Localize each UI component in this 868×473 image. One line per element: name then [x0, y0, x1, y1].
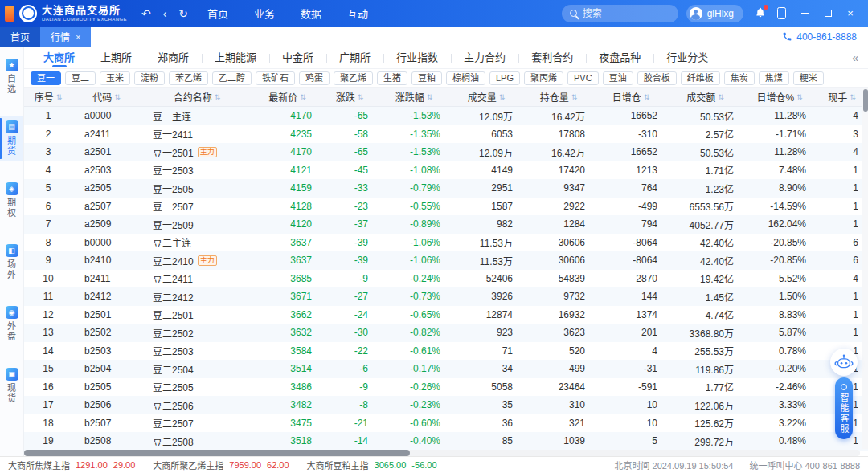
column-header-11[interactable]: 日增仓%⇅	[743, 88, 816, 106]
search-input[interactable]	[583, 8, 670, 19]
sort-icon[interactable]: ⇅	[300, 93, 306, 101]
category-tab-6[interactable]: 乙二醇	[212, 71, 252, 85]
column-header-1[interactable]: 序号⇅	[24, 88, 72, 106]
column-header-4[interactable]: 最新价⇅	[253, 88, 321, 106]
menu-item-3[interactable]: 数据	[301, 6, 321, 21]
exchange-tab-7[interactable]: 行业指数	[383, 47, 451, 68]
table-row[interactable]: 1a0000豆一主连4170-65-1.53%12.09万16.42万16652…	[24, 107, 868, 125]
category-tab-21[interactable]: 粳米	[793, 71, 824, 85]
category-tab-20[interactable]: 焦煤	[759, 71, 789, 85]
category-tab-12[interactable]: 棕榈油	[446, 71, 485, 85]
column-header-12[interactable]: 现手⇅	[816, 88, 868, 106]
category-tab-10[interactable]: 生猪	[377, 71, 407, 85]
close-button[interactable]: ×	[839, 0, 862, 27]
sort-icon[interactable]: ⇅	[114, 93, 121, 101]
category-tab-18[interactable]: 纤维板	[681, 71, 720, 85]
table-row[interactable]: 19b2508豆二25083518-14-0.40%8510395299.72万…	[24, 432, 868, 451]
sort-icon[interactable]: ⇅	[56, 93, 63, 101]
sidebar-item-futures[interactable]: ▤期货	[0, 116, 23, 161]
undo-icon[interactable]: ↶	[141, 7, 151, 20]
tab-close-icon[interactable]: ×	[76, 32, 80, 42]
exchange-tab-4[interactable]: 上期能源	[202, 47, 269, 68]
column-header-7[interactable]: 成交量⇅	[450, 88, 522, 106]
category-tab-5[interactable]: 苯乙烯	[169, 71, 208, 85]
sort-icon[interactable]: ⇅	[718, 93, 724, 101]
column-header-2[interactable]: 代码⇅	[72, 88, 141, 106]
exchange-tab-6[interactable]: 广期所	[326, 47, 383, 68]
table-row[interactable]: 5a2505豆一25054159-33-0.79%295193477641.23…	[24, 179, 868, 198]
user-pill[interactable]: glHlxg	[686, 5, 743, 22]
search-box[interactable]	[562, 5, 678, 22]
sort-icon[interactable]: ⇅	[499, 93, 506, 101]
smart-service-button[interactable]: 智能客服	[835, 377, 853, 439]
category-tab-2[interactable]: 豆二	[65, 71, 96, 85]
sidebar-item-spot[interactable]: ▣现货	[0, 363, 23, 409]
minimize-button[interactable]	[794, 0, 817, 27]
sort-icon[interactable]: ⇅	[215, 93, 221, 101]
sidebar-item-favorites[interactable]: ★自选	[0, 54, 23, 100]
category-tab-9[interactable]: 聚乙烯	[334, 71, 373, 85]
sort-icon[interactable]: ⇅	[850, 93, 856, 101]
category-tab-14[interactable]: 聚丙烯	[524, 71, 563, 85]
table-row[interactable]: 18b2507豆二25073475-21-0.60%3632110125.62万…	[24, 414, 868, 433]
refresh-icon[interactable]: ↻	[178, 7, 188, 20]
notification-bell-icon[interactable]	[755, 6, 766, 21]
sidebar-item-options[interactable]: ◈期权	[0, 177, 23, 223]
collapse-panel-icon[interactable]: «	[852, 51, 868, 64]
table-row[interactable]: 4a2503豆一25034121-45-1.08%41491742012131.…	[24, 161, 868, 180]
column-header-3[interactable]: 合约名称⇅	[141, 88, 253, 106]
table-row[interactable]: 12b2501豆二25013662-24-0.65%12874169321374…	[24, 306, 868, 324]
menu-item-2[interactable]: 业务	[254, 6, 275, 21]
sort-icon[interactable]: ⇅	[796, 93, 803, 101]
sort-icon[interactable]: ⇅	[571, 93, 578, 101]
vertical-scrollbar-thumb[interactable]	[863, 89, 868, 112]
table-row[interactable]: 14b2503豆二25033584-22-0.61%715204255.53万0…	[24, 342, 868, 361]
exchange-tab-3[interactable]: 郑商所	[145, 47, 202, 68]
sort-icon[interactable]: ⇅	[427, 93, 433, 101]
table-row[interactable]: 10b2411豆二24113685-9-0.24%524065483928701…	[24, 270, 868, 288]
category-tab-7[interactable]: 铁矿石	[256, 71, 295, 85]
maximize-button[interactable]	[817, 0, 839, 27]
sidebar-item-otc[interactable]: ◧场外	[0, 239, 23, 285]
mobile-app-icon[interactable]	[777, 7, 786, 19]
category-tab-1[interactable]: 豆一	[31, 71, 61, 85]
back-icon[interactable]: ‹	[163, 7, 167, 20]
table-row[interactable]: 9b2410豆二2410主力3637-39-1.06%11.53万30606-8…	[24, 251, 868, 270]
exchange-tab-10[interactable]: 夜盘品种	[586, 47, 653, 68]
table-row[interactable]: 2a2411豆一24114235-58-1.35%605317808-3102.…	[24, 125, 868, 144]
table-row[interactable]: 6a2507豆一25074128-23-0.55%15872922-499655…	[24, 198, 868, 216]
exchange-tab-9[interactable]: 套利合约	[518, 47, 586, 68]
horizontal-scrollbar-thumb[interactable]	[24, 450, 410, 456]
table-row[interactable]: 15b2504豆二25043514-6-0.17%34499-31119.86万…	[24, 360, 868, 378]
table-row[interactable]: 8b0000豆二主连3637-39-1.06%11.53万30606-80644…	[24, 234, 868, 252]
column-header-6[interactable]: 涨跌幅⇅	[378, 88, 450, 106]
robot-avatar-icon[interactable]	[830, 349, 858, 376]
category-tab-15[interactable]: PVC	[567, 71, 599, 85]
table-row[interactable]: 11b2412豆二24123671-27-0.73%392697321441.4…	[24, 287, 868, 306]
category-tab-3[interactable]: 玉米	[100, 71, 130, 85]
category-tab-13[interactable]: LPG	[489, 71, 520, 85]
table-row[interactable]: 17b2506豆二25063482-8-0.23%3531010122.06万3…	[24, 396, 868, 414]
horizontal-scrollbar[interactable]	[24, 450, 860, 456]
exchange-tab-8[interactable]: 主力合约	[451, 47, 518, 68]
exchange-tab-11[interactable]: 行业分类	[653, 47, 721, 68]
column-header-5[interactable]: 涨跌⇅	[321, 88, 378, 106]
table-row[interactable]: 3a2501豆一2501主力4170-65-1.53%12.09万16.42万1…	[24, 143, 868, 161]
page-tab-1[interactable]: 首页	[0, 27, 40, 47]
sidebar-item-overseas[interactable]: ◉外盘	[0, 301, 23, 347]
exchange-tab-5[interactable]: 中金所	[269, 47, 326, 68]
category-tab-8[interactable]: 鸡蛋	[299, 71, 330, 85]
table-row[interactable]: 13b2502豆二25023632-30-0.82%92336232013368…	[24, 324, 868, 342]
menu-item-1[interactable]: 首页	[207, 6, 228, 21]
vertical-scrollbar[interactable]	[862, 88, 868, 449]
table-row[interactable]: 16b2505豆二25053486-9-0.26%505823464-5911.…	[24, 378, 868, 397]
column-header-8[interactable]: 持仓量⇅	[522, 88, 595, 106]
category-tab-4[interactable]: 淀粉	[134, 71, 165, 85]
sort-icon[interactable]: ⇅	[644, 93, 650, 101]
sort-icon[interactable]: ⇅	[358, 93, 364, 101]
category-tab-19[interactable]: 焦炭	[724, 71, 755, 85]
category-tab-16[interactable]: 豆油	[603, 71, 633, 85]
menu-item-4[interactable]: 互动	[347, 6, 368, 21]
table-row[interactable]: 7a2509豆一25094120-37-0.89%98212847944052.…	[24, 215, 868, 234]
page-tab-2[interactable]: 行情×	[40, 27, 91, 47]
